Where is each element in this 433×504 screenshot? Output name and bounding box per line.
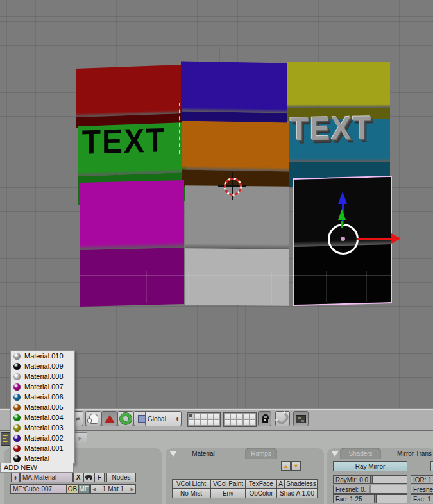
layer-button[interactable]	[201, 413, 207, 419]
layer-button[interactable]	[214, 419, 220, 426]
menu-item-material-006[interactable]: Material.006	[11, 392, 74, 402]
stepper-left-arrow-icon[interactable]: ◀	[92, 487, 96, 492]
tab-mirror-transp[interactable]: Mirror Trans	[394, 448, 433, 459]
slider-knob[interactable]	[369, 485, 371, 493]
slider-raymir[interactable]: RayMir: 0.0	[333, 475, 407, 484]
menu-item-material-010[interactable]: Material.010	[11, 351, 74, 361]
menu-item-label: Material.001	[24, 444, 64, 452]
layer-button[interactable]	[250, 419, 256, 426]
mesh-name-field[interactable]: ME:Cube.007	[10, 484, 67, 494]
text-object-right[interactable]: TEXT	[290, 111, 372, 145]
rotate-manipulator-button[interactable]	[117, 411, 133, 426]
menu-item-material-002[interactable]: Material.002	[11, 433, 74, 443]
gizmo-y-axis[interactable]	[341, 221, 343, 228]
layer-button[interactable]	[188, 419, 194, 426]
layer-button[interactable]	[201, 419, 207, 426]
layer-button[interactable]	[194, 419, 201, 426]
gizmo-z-arrowhead[interactable]	[338, 192, 347, 204]
panel-collapse-icon[interactable]	[331, 451, 339, 457]
text-object-left[interactable]: TEXT	[82, 122, 166, 158]
unlink-material-button[interactable]: X	[73, 473, 83, 482]
a-button[interactable]: A	[276, 479, 285, 489]
menu-item-material-007[interactable]: Material.007	[11, 382, 74, 392]
layer-button[interactable]	[243, 419, 250, 426]
layer-button[interactable]	[224, 419, 230, 426]
slider-label: RayMir: 0.0	[335, 476, 368, 483]
obcolor-button[interactable]: ObColor	[246, 489, 276, 498]
slider-knob[interactable]	[370, 476, 373, 483]
layer-button[interactable]	[214, 413, 220, 419]
material-slot-stepper[interactable]: ◀ 1 Mat 1 ▶	[90, 484, 136, 494]
menu-item-material-009[interactable]: Material.009	[11, 361, 74, 371]
ob-button[interactable]: OB	[67, 484, 78, 494]
layer-button[interactable]	[237, 413, 243, 419]
layer-button[interactable]	[237, 419, 243, 426]
chevron-updown-icon: ▲▼	[14, 475, 17, 480]
auto-name-button[interactable]	[83, 473, 94, 482]
env-button[interactable]: Env	[210, 489, 246, 498]
add-new-material-item[interactable]: ADD NEW	[0, 463, 74, 473]
cube-purple-top-face	[181, 62, 287, 113]
cube-magenta[interactable]	[80, 180, 184, 307]
hand-manipulator-button[interactable]	[85, 411, 101, 426]
layer-button[interactable]	[243, 413, 250, 419]
shadeless-button[interactable]: Shadeless	[285, 479, 318, 489]
slider-ior[interactable]: IOR: 1	[411, 475, 433, 484]
layer-button[interactable]	[230, 413, 237, 419]
tab-ramps[interactable]: Ramps	[245, 448, 277, 459]
tab-material[interactable]: Material	[181, 448, 226, 459]
layer-button[interactable]	[188, 413, 194, 419]
slider-fac[interactable]: Fac: 1.	[411, 494, 433, 503]
layer-button[interactable]	[207, 413, 214, 419]
texface-button[interactable]: TexFace	[246, 479, 276, 489]
slider-fresne[interactable]: Fresne	[411, 485, 433, 494]
slider-knob[interactable]	[374, 495, 377, 503]
paste-material-button[interactable]: ▼	[291, 461, 301, 471]
copy-material-button[interactable]: ▲	[281, 461, 291, 471]
stepper-right-arrow-icon[interactable]: ▶	[131, 487, 134, 492]
menu-item-material-008[interactable]: Material.008	[11, 371, 74, 382]
menu-item-material-005[interactable]: Material.005	[11, 402, 74, 412]
translate-manipulator-button[interactable]	[101, 411, 117, 426]
snap-magnet-button[interactable]	[275, 411, 290, 426]
no-mist-button[interactable]: No Mist	[172, 489, 210, 498]
panel-collapse-icon[interactable]	[169, 451, 177, 457]
layer-button[interactable]	[224, 413, 230, 419]
material-name-field[interactable]: MA:Material	[20, 473, 73, 482]
gizmo-x-arrowhead[interactable]	[391, 233, 401, 244]
slider-fac[interactable]: Fac: 1.25	[333, 494, 407, 503]
nodes-button[interactable]: Nodes	[106, 473, 136, 482]
tab-shaders[interactable]: Shaders	[340, 448, 381, 459]
slider-fresnel[interactable]: Fresnel: 0.	[333, 485, 407, 494]
ray-transp-toggle-clipped[interactable]	[430, 461, 433, 471]
lock-button[interactable]	[258, 411, 271, 426]
gizmo-y-arrowhead[interactable]	[338, 209, 346, 220]
vcol-light-button[interactable]: VCol Light	[172, 479, 210, 489]
cube-red[interactable]	[76, 65, 182, 128]
layer-button[interactable]	[230, 419, 237, 426]
cube-gray[interactable]	[185, 185, 289, 305]
ray-mirror-toggle[interactable]: Ray Mirror	[333, 461, 407, 471]
menu-item-material-003[interactable]: Material.003	[11, 423, 74, 433]
material-sphere-icon	[13, 435, 21, 442]
orientation-dropdown[interactable]: Global ▲▼	[145, 411, 182, 426]
menu-item-material-004[interactable]: Material.004	[11, 412, 74, 423]
layer-button[interactable]	[207, 419, 214, 426]
material-browse-button[interactable]: ▲▼	[11, 473, 20, 482]
gizmo-x-axis[interactable]	[357, 238, 391, 240]
me-button[interactable]: ME	[78, 484, 90, 494]
shad-a-slider[interactable]: Shad A 1.00	[276, 489, 318, 498]
menu-item-material-001[interactable]: Material.001	[11, 443, 74, 453]
rotate-manipulator-icon	[120, 413, 132, 424]
cube-purple[interactable]	[181, 62, 287, 124]
3d-viewport[interactable]: TEXT TEXT	[0, 0, 433, 408]
layer-button[interactable]	[250, 413, 256, 419]
menu-item-label: Material.005	[24, 403, 64, 411]
menu-item-material[interactable]: Material	[11, 453, 74, 464]
window-type-button[interactable]	[1, 432, 11, 446]
fake-user-button[interactable]: F	[94, 473, 105, 482]
render-preview-button[interactable]	[293, 411, 309, 426]
collapsed-panel-button[interactable]: ▶	[73, 432, 87, 444]
vcol-paint-button[interactable]: VCol Paint	[210, 479, 246, 489]
layer-button[interactable]	[194, 413, 201, 419]
